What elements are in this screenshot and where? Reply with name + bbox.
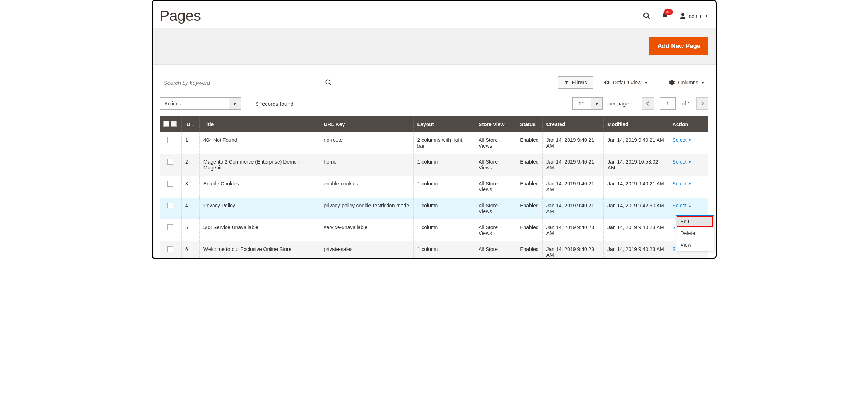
chevron-down-icon: ▼ xyxy=(701,81,705,85)
cell-id: 3 xyxy=(181,176,199,198)
cell-title: Privacy Policy xyxy=(199,198,320,219)
caret-icon: ▲ xyxy=(688,204,691,208)
user-icon xyxy=(679,12,686,20)
cell-title: 503 Service Unavailable xyxy=(199,219,320,241)
bulk-actions-select[interactable]: Actions ▼ xyxy=(160,97,241,110)
cell-layout: 1 column xyxy=(413,219,475,241)
cell-store: All Store Views xyxy=(475,176,516,198)
cell-created: Jan 14, 2019 9:40:21 AM xyxy=(542,132,604,154)
cell-modified: Jan 14, 2019 9:40:21 AM xyxy=(604,132,669,154)
col-title[interactable]: Title xyxy=(199,116,320,132)
select-all-checkbox[interactable] xyxy=(163,121,169,127)
columns-button[interactable]: Columns ▼ xyxy=(665,76,708,89)
col-id[interactable]: ID↓ xyxy=(181,116,199,132)
columns-label: Columns xyxy=(678,80,698,85)
svg-line-4 xyxy=(329,84,331,85)
current-page-input[interactable] xyxy=(660,97,676,110)
notifications-icon[interactable]: 39 xyxy=(661,12,669,20)
table-row[interactable]: 3Enable Cookiesenable-cookies1 columnAll… xyxy=(160,176,708,198)
next-page-button[interactable] xyxy=(696,97,708,110)
cell-modified: Jan 14, 2019 9:40:21 AM xyxy=(604,176,669,198)
cell-title: Magento 2 Commerce (Enterprise) Demo - M… xyxy=(199,154,320,176)
gear-icon xyxy=(669,79,675,86)
cell-store: All Store Views xyxy=(475,154,516,176)
cell-id: 1 xyxy=(181,132,199,154)
page-title: Pages xyxy=(160,8,201,24)
pages-grid: ▼ ID↓ Title URL Key Layout Store View St… xyxy=(160,116,708,259)
default-view-label: Default View xyxy=(613,80,641,85)
cell-created: Jan 14, 2019 9:40:23 AM xyxy=(542,241,604,259)
add-new-page-button[interactable]: Add New Page xyxy=(649,37,708,55)
row-checkbox[interactable] xyxy=(167,224,173,230)
col-modified[interactable]: Modified xyxy=(604,116,669,132)
cell-created: Jan 14, 2019 9:40:21 AM xyxy=(542,198,604,219)
cell-url: service-unavailable xyxy=(320,219,413,241)
row-select-link[interactable]: Select ▼ xyxy=(673,137,692,143)
col-store-view[interactable]: Store View xyxy=(475,116,516,132)
chevron-down-icon[interactable]: ▼ xyxy=(229,98,241,109)
dropdown-delete[interactable]: Delete xyxy=(676,227,714,239)
cell-store: All Store Views xyxy=(475,132,516,154)
cell-title: 404 Not Found xyxy=(199,132,320,154)
dropdown-view[interactable]: View xyxy=(676,239,714,251)
cell-store: All Store Views xyxy=(475,198,516,219)
row-checkbox[interactable] xyxy=(167,203,173,208)
cell-id: 2 xyxy=(181,154,199,176)
chevron-down-icon: ▼ xyxy=(644,81,648,85)
cell-modified: Jan 14, 2019 9:42:50 AM xyxy=(604,198,669,219)
row-checkbox[interactable] xyxy=(167,159,173,165)
row-select-link[interactable]: Select ▼ xyxy=(673,181,692,187)
row-checkbox[interactable] xyxy=(167,246,173,252)
col-created[interactable]: Created xyxy=(542,116,604,132)
filters-button[interactable]: Filters xyxy=(558,76,593,89)
page-size-value: 20 xyxy=(573,98,591,109)
table-row[interactable]: 5503 Service Unavailableservice-unavaila… xyxy=(160,219,708,241)
page-size-select[interactable]: 20 ▼ xyxy=(572,97,603,110)
cell-layout: 1 column xyxy=(413,154,475,176)
search-input[interactable] xyxy=(164,80,325,86)
cell-status: Enabled xyxy=(516,219,542,241)
row-checkbox[interactable] xyxy=(167,181,173,187)
cell-modified: Jan 14, 2019 9:40:23 AM xyxy=(604,219,669,241)
cell-id: 6 xyxy=(181,241,199,259)
cell-url: private-sales xyxy=(320,241,413,259)
cell-title: Welcome to our Exclusive Online Store xyxy=(199,241,320,259)
row-select-link[interactable]: Select ▲ xyxy=(673,203,692,208)
cell-layout: 2 columns with right bar xyxy=(413,132,475,154)
cell-url: privacy-policy-cookie-restriction-mode xyxy=(320,198,413,219)
row-checkbox[interactable] xyxy=(167,137,173,143)
chevron-down-icon[interactable]: ▼ xyxy=(171,121,177,127)
search-icon[interactable] xyxy=(643,12,651,20)
table-row[interactable]: 4Privacy Policyprivacy-policy-cookie-res… xyxy=(160,198,708,219)
default-view-button[interactable]: Default View ▼ xyxy=(600,76,651,89)
table-row[interactable]: 2Magento 2 Commerce (Enterprise) Demo - … xyxy=(160,154,708,176)
row-select-link[interactable]: Select ▼ xyxy=(673,159,692,165)
actions-label: Actions xyxy=(160,98,229,109)
chevron-down-icon[interactable]: ▼ xyxy=(591,98,602,109)
notification-count: 39 xyxy=(664,9,673,15)
total-pages-label: of 1 xyxy=(682,101,690,107)
username: admin xyxy=(689,13,702,19)
col-status[interactable]: Status xyxy=(516,116,542,132)
cell-created: Jan 14, 2019 9:40:23 AM xyxy=(542,219,604,241)
cell-url: home xyxy=(320,154,413,176)
cell-title: Enable Cookies xyxy=(199,176,320,198)
dropdown-edit[interactable]: Edit xyxy=(676,216,714,227)
cell-status: Enabled xyxy=(516,154,542,176)
table-row[interactable]: 6Welcome to our Exclusive Online Storepr… xyxy=(160,241,708,259)
cell-layout: 1 column xyxy=(413,176,475,198)
col-layout[interactable]: Layout xyxy=(413,116,475,132)
cell-status: Enabled xyxy=(516,176,542,198)
separator xyxy=(658,77,658,88)
col-action: Action xyxy=(669,116,708,132)
svg-point-2 xyxy=(681,13,684,16)
funnel-icon xyxy=(564,80,569,85)
search-submit-icon[interactable] xyxy=(325,79,332,86)
cell-store: All Store xyxy=(475,241,516,259)
table-row[interactable]: 1404 Not Foundno-route2 columns with rig… xyxy=(160,132,708,154)
svg-point-3 xyxy=(326,80,330,84)
prev-page-button[interactable] xyxy=(642,97,654,110)
user-menu[interactable]: admin ▼ xyxy=(679,12,708,20)
filters-label: Filters xyxy=(572,80,587,85)
col-url-key[interactable]: URL Key xyxy=(320,116,413,132)
